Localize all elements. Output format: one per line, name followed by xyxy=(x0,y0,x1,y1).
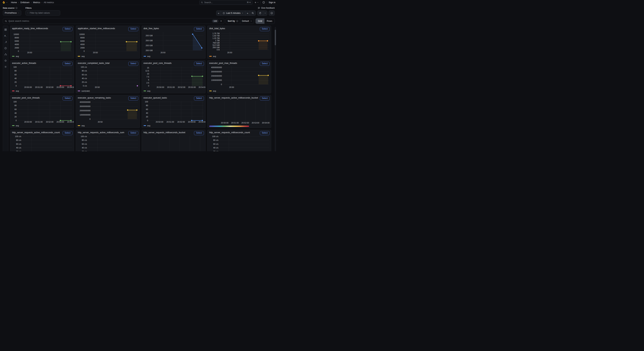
global-search[interactable]: ⌘+k xyxy=(199,0,252,4)
clock-icon xyxy=(223,12,225,14)
select-button[interactable]: Select xyxy=(260,27,270,31)
select-button[interactable]: Select xyxy=(128,27,138,31)
y-tick-label: 20 xyxy=(12,116,17,118)
breadcrumb-metrics[interactable]: Metrics xyxy=(33,1,40,4)
quick-search-input[interactable] xyxy=(8,20,210,22)
select-button[interactable]: Select xyxy=(63,27,72,31)
y-tick-label: 40 xyxy=(144,112,148,114)
panel-title: application_started_time_milliseconds xyxy=(78,27,128,30)
y-tick-label: 4000000000 xyxy=(209,66,222,68)
select-button[interactable]: Select xyxy=(194,96,204,100)
breadcrumb-drilldown[interactable]: Drilldown xyxy=(20,1,30,4)
clear-search-icon[interactable]: ✕ xyxy=(220,20,222,22)
groups-icon[interactable] xyxy=(4,53,7,56)
time-shift-forward-button[interactable]: » xyxy=(245,10,250,15)
panel-chart: 200 GiB200 GiB200 GiB200 GiB xyxy=(144,32,204,51)
x-tick-label: 20:53:00 xyxy=(56,121,64,123)
select-button[interactable]: Select xyxy=(128,96,138,100)
data-point xyxy=(126,41,127,42)
select-button[interactable]: Select xyxy=(194,62,204,66)
chevron-down-icon xyxy=(264,12,266,14)
plot-area xyxy=(18,101,72,120)
search-shortcut: ⌘+k xyxy=(247,1,251,3)
legend-label[interactable]: avg xyxy=(16,90,19,92)
legend-label[interactable]: avg xyxy=(82,55,84,57)
select-button[interactable]: Select xyxy=(128,62,138,66)
select-button[interactable]: Select xyxy=(260,131,270,135)
panel-info-button[interactable] xyxy=(269,10,274,15)
view-rows-option[interactable]: Rows xyxy=(264,18,274,24)
panel-chart: 100806040200 xyxy=(144,101,204,120)
zoom-out-time-button[interactable] xyxy=(250,10,256,15)
sort-alpha-asc-icon[interactable]: A_ xyxy=(4,34,7,37)
y-tick-label: 2000000000 xyxy=(209,75,222,77)
divider xyxy=(267,1,267,4)
data-source-select[interactable]: Prometheus xyxy=(3,10,21,15)
breadcrumb-home[interactable]: Home xyxy=(11,1,17,4)
select-button[interactable]: Select xyxy=(194,131,204,135)
legend-label[interactable]: avg xyxy=(16,125,19,127)
y-tick-label: 80 c/s xyxy=(12,139,21,141)
legend-label[interactable]: avg xyxy=(147,90,150,92)
select-button[interactable]: Select xyxy=(260,96,270,100)
y-tick-label: 8000 xyxy=(12,37,19,39)
refresh-interval-button[interactable] xyxy=(263,10,267,15)
add-new-button[interactable] xyxy=(254,1,259,4)
x-axis: 20:50 xyxy=(78,51,138,54)
y-tick-label: 4000 xyxy=(78,43,84,45)
y-tick-label: 40 xyxy=(12,112,17,114)
settings-gear-icon[interactable] xyxy=(4,65,7,68)
time-shift-back-button[interactable]: « xyxy=(216,10,221,15)
x-axis: 20:50:0020:51:0020:52:0020:53:0020:54:00 xyxy=(12,86,72,89)
select-button[interactable]: Select xyxy=(63,96,72,100)
help-button[interactable]: ? xyxy=(262,1,265,4)
select-button[interactable]: Select xyxy=(63,131,72,135)
panel-legend: avg xyxy=(209,89,270,92)
controls-row: Data source Prometheus Filters Give feed… xyxy=(0,5,278,17)
quick-search[interactable]: 108 ✕ xyxy=(3,18,224,24)
y-tick-label: 40 c/s xyxy=(78,147,87,149)
x-tick-label: 20:50 xyxy=(27,51,32,54)
legend-label[interactable]: sum(rate) xyxy=(82,90,90,92)
chevron-down-icon xyxy=(257,1,259,3)
history-clock-icon[interactable] xyxy=(4,47,7,49)
select-button[interactable]: Select xyxy=(260,62,270,66)
legend-label[interactable]: avg xyxy=(147,55,150,57)
legend-label[interactable]: avg xyxy=(213,90,216,92)
sort-select[interactable]: Default xyxy=(240,18,254,24)
legend-label[interactable]: avg xyxy=(213,55,216,57)
chevron-down-icon xyxy=(6,1,8,3)
panel-header: http_server_requests_milliseconds_countS… xyxy=(209,131,270,135)
plot-area xyxy=(86,32,138,51)
legend-label[interactable]: avg xyxy=(82,125,84,127)
panel-title: disk_free_bytes xyxy=(144,27,194,30)
view-grid-option[interactable]: Grid xyxy=(256,18,264,24)
select-button[interactable]: Select xyxy=(63,62,72,66)
time-range-picker[interactable]: Last 5 minutes xyxy=(221,10,245,15)
gridline-vertical xyxy=(28,66,28,86)
favorites-star-icon[interactable] xyxy=(4,59,7,62)
gridline-horizontal xyxy=(20,41,72,41)
global-search-input[interactable] xyxy=(204,1,246,4)
give-feedback-link[interactable]: Give feedback xyxy=(258,7,275,9)
panel-chart: 1000080006000400020000 xyxy=(78,32,138,51)
sort-alpha-desc-icon[interactable]: _Z xyxy=(4,40,7,43)
gridline-horizontal xyxy=(18,71,72,71)
grafana-logo[interactable] xyxy=(2,1,8,4)
panel-header: executor_pool_size_threadsSelect xyxy=(12,96,72,101)
gridline-vertical xyxy=(97,66,98,86)
y-tick-label: 40 c/s xyxy=(12,147,21,149)
sign-in-link[interactable]: Sign in xyxy=(269,1,276,4)
select-button[interactable]: Select xyxy=(128,131,138,135)
refresh-button[interactable] xyxy=(258,10,263,15)
select-button[interactable]: Select xyxy=(194,27,204,31)
label-filter[interactable] xyxy=(26,10,60,15)
scrollbar-thumb[interactable] xyxy=(275,30,276,45)
panel-legend: sum(rate) xyxy=(78,89,138,92)
legend-label[interactable]: avg xyxy=(147,125,150,127)
apps-grid-icon[interactable] xyxy=(4,28,7,31)
gridline-horizontal xyxy=(88,74,138,75)
label-filter-input[interactable] xyxy=(30,12,58,14)
legend-label[interactable]: avg xyxy=(16,55,19,57)
data-point xyxy=(136,109,138,111)
